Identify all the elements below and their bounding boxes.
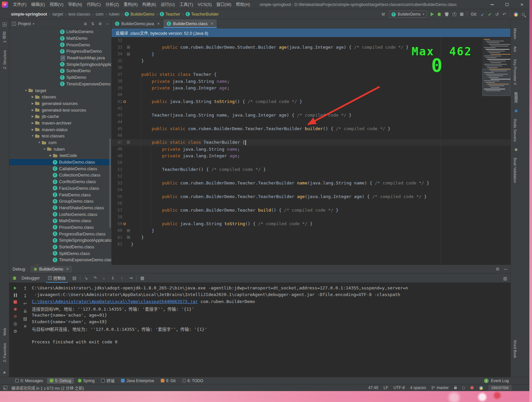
stripe-plugin-icon[interactable] xyxy=(515,110,517,112)
stripe-plugin-icon[interactable] xyxy=(515,148,517,151)
code-line[interactable]: 39 private java.lang.Integer age; xyxy=(112,85,510,92)
code-line[interactable]: 59 public java.lang.String toString() { … xyxy=(112,221,510,227)
gear-icon[interactable]: ⚙ xyxy=(496,267,500,272)
menu-item[interactable]: 分析(Z) xyxy=(103,0,121,9)
tree-expand-arrow[interactable]: ▶ xyxy=(48,154,53,157)
stop-button[interactable] xyxy=(460,13,463,16)
code-line[interactable]: 51 TeacherBuilder() { /* compiled code *… xyxy=(112,166,510,173)
tree-expand-arrow[interactable]: ▶ xyxy=(30,128,35,131)
code-line[interactable]: 58 xyxy=(112,214,510,221)
minimap-viewport[interactable] xyxy=(482,69,510,96)
pause-icon[interactable] xyxy=(14,293,17,297)
code-line[interactable]: 35 } xyxy=(112,58,510,65)
tree-item[interactable]: CSimpleSpringbootApplicationTests.class xyxy=(9,237,111,244)
tool-stripe-button[interactable]: 2: Favorites xyxy=(3,343,7,362)
gear-icon[interactable]: ⚙ xyxy=(98,22,102,26)
code-line[interactable]: 62} xyxy=(112,241,510,248)
tree-item[interactable]: CMathDemo.class xyxy=(9,218,111,224)
code-line[interactable]: 40 xyxy=(112,91,510,98)
run-config-selector[interactable]: C BuilderDemo ▾ xyxy=(389,11,427,18)
toolwindow-button-messages[interactable]: 0: Messages xyxy=(13,378,46,384)
code-line[interactable]: 37 public static class Teacher { xyxy=(112,71,510,78)
menu-item[interactable]: 窗口(W) xyxy=(214,0,234,9)
tree-item[interactable]: CGroupDemo.class xyxy=(9,198,111,205)
tree-item[interactable]: CBuilderDemo.class xyxy=(9,159,111,166)
code-line[interactable]: 49 private java.lang.Integer age; xyxy=(112,153,510,160)
code-line[interactable]: 48 private java.lang.String name; xyxy=(112,146,510,153)
profiler-button[interactable] xyxy=(452,12,456,16)
mute-breakpoints-icon[interactable]: ⊘ xyxy=(14,314,17,318)
git-commit-icon[interactable]: ✔ xyxy=(488,12,492,17)
code-editor[interactable]: 3233 public com.ruben.BuilderDemo.Studen… xyxy=(112,37,510,265)
code-line[interactable]: 55 public com.ruben.BuilderDemo.Teacher.… xyxy=(112,193,510,200)
notifications-icon[interactable] xyxy=(462,386,465,389)
console-link[interactable]: C:\Users\Administrator\AppData\Local\Tem… xyxy=(32,299,198,304)
toolwindow-button-spring[interactable]: Spring xyxy=(75,378,97,384)
code-line[interactable]: 57 public com.ruben.BuilderDemo.Teacher … xyxy=(112,207,510,214)
project-stripe-icon[interactable] xyxy=(3,23,7,26)
code-line[interactable]: 52 xyxy=(112,173,510,180)
code-line[interactable]: 36 xyxy=(112,64,510,71)
tree-expand-arrow[interactable]: ▼ xyxy=(42,148,47,151)
fold-icon[interactable] xyxy=(127,53,130,56)
run-button[interactable] xyxy=(431,12,434,16)
breadcrumb-item[interactable]: target xyxy=(52,12,63,17)
step-into-icon[interactable]: ↓ xyxy=(100,276,107,280)
breadcrumb-item[interactable]: CTeacherBuilder xyxy=(186,12,219,17)
debug-button[interactable] xyxy=(438,12,441,17)
code-line[interactable]: 43 Teacher(java.lang.String name, java.l… xyxy=(112,112,510,119)
tree-item[interactable]: CCallableDemo.class xyxy=(9,165,111,172)
prev-occurrence-icon[interactable]: ↥ xyxy=(24,286,27,290)
code-line[interactable]: 47 public static class TeacherBuilder { xyxy=(112,139,510,146)
memory-indicator[interactable]: 586/976M xyxy=(489,385,511,390)
tree-expand-arrow[interactable]: ▶ xyxy=(30,109,35,112)
code-line[interactable]: 54 xyxy=(112,186,510,193)
tool-stripe-button[interactable]: Z: Structure xyxy=(3,50,7,69)
tree-item[interactable]: CPrisonDemo.class xyxy=(9,224,111,231)
tree-item[interactable]: CSimpleSpringbootApplication xyxy=(9,61,111,68)
toolwindow-button-terminal[interactable]: 终端 xyxy=(98,377,117,384)
tree-item[interactable]: CTimeIsExpensiveDemo.class xyxy=(9,257,111,263)
line-separator[interactable]: LF xyxy=(384,385,388,390)
code-line[interactable]: 32 xyxy=(112,37,510,44)
tree-expand-arrow[interactable]: ▶ xyxy=(30,122,35,125)
tree-item[interactable]: CProgressBarDemo xyxy=(9,48,111,55)
rollback-icon[interactable]: ↶ xyxy=(502,12,506,17)
editor-tab[interactable]: CBuilderDemo.java✕ xyxy=(112,19,163,28)
fold-icon[interactable] xyxy=(127,236,130,239)
tree-item[interactable]: CSortedDemo.class xyxy=(9,244,111,250)
project-pane-title[interactable]: Project xyxy=(18,22,31,26)
menu-item[interactable]: 工具(T) xyxy=(177,0,195,9)
menu-item[interactable]: 帮助(H) xyxy=(234,0,252,9)
tree-item[interactable]: ▼test-classes xyxy=(9,133,111,139)
tree-item[interactable]: CMathDemo xyxy=(9,35,111,42)
tool-stripe-button[interactable]: Bean Validation xyxy=(513,158,517,183)
breadcrumb-item[interactable]: ruben xyxy=(109,12,119,17)
tree-item[interactable]: CCollectionDemo.class xyxy=(9,172,111,178)
indent-setting[interactable]: 4 spaces xyxy=(410,385,426,390)
menu-item[interactable]: 运行(U) xyxy=(158,0,177,9)
search-everywhere-icon[interactable] xyxy=(522,13,525,16)
tool-stripe-button[interactable]: 数据库 xyxy=(513,92,518,103)
tree-expand-arrow[interactable]: ▶ xyxy=(30,95,35,98)
tool-stripe-button[interactable]: Maven xyxy=(513,28,517,39)
tree-item[interactable]: ▶maven-status xyxy=(9,126,111,133)
breadcrumb-item[interactable]: CBuilderDemo xyxy=(125,12,154,17)
breadcrumb-item[interactable]: com xyxy=(96,12,104,17)
history-icon[interactable]: ↺ xyxy=(495,12,499,17)
tool-stripe-button[interactable]: Ant xyxy=(513,46,517,52)
tree-item[interactable]: CFieldDemo.class xyxy=(9,191,111,198)
tree-item[interactable]: ▶generated-test-sources xyxy=(9,107,111,113)
toolwindow-button-todo[interactable]: 6: TODO xyxy=(180,378,206,384)
record-icon[interactable] xyxy=(470,386,474,389)
collapse-all-icon[interactable]: ⇅ xyxy=(91,22,94,26)
soft-wrap-icon[interactable]: ↩ xyxy=(24,301,27,306)
clear-console-icon[interactable]: ✕ xyxy=(24,324,27,328)
tree-expand-arrow[interactable]: ▼ xyxy=(37,141,41,144)
tree-item[interactable]: ▶jib-cache xyxy=(9,113,111,120)
git-branch-widget[interactable]: master xyxy=(431,385,449,390)
layout-settings-icon[interactable]: ▥ xyxy=(503,276,507,281)
menu-item[interactable]: 导航(N) xyxy=(66,0,84,9)
breadcrumb-item[interactable]: CTeacher xyxy=(160,12,180,17)
coverage-button[interactable] xyxy=(445,12,449,17)
